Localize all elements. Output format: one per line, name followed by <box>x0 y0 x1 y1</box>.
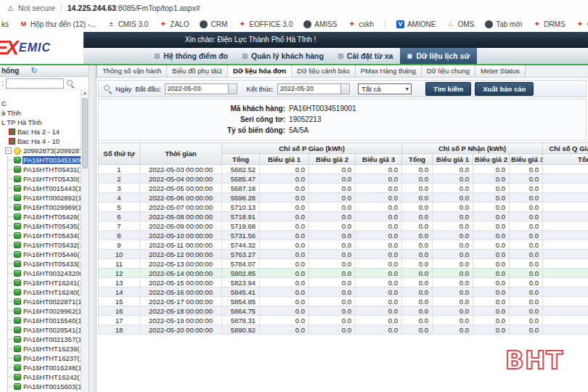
start-date-input[interactable] <box>165 83 229 94</box>
bookmark-item[interactable]: VAMIONE <box>396 20 436 28</box>
tree-meter-item[interactable]: PA16HTHT05434(190 <box>8 231 81 240</box>
tree-meter-item[interactable]: PA16HTHT05433(190 <box>8 259 81 269</box>
cell-value: 5823.94 <box>222 278 260 287</box>
tree-meter-item[interactable]: PA16HT0002892(190 <box>8 193 81 203</box>
cell-value: 0.0 <box>309 165 356 174</box>
browser-address-bar[interactable]: ⚠ Not secure 14.225.244.63 :8085/FmTop/t… <box>0 0 588 17</box>
tree-meter-item[interactable]: PA16HT0022871(190 <box>8 297 81 306</box>
scrollbar-thumb[interactable] <box>82 98 88 168</box>
tree-meter-item[interactable]: PA16HT0029962(190 <box>8 306 81 316</box>
tab[interactable]: PMax Hàng tháng <box>356 65 422 77</box>
tree-meter-item[interactable]: PA16HTHT05446(190 <box>8 250 81 259</box>
tree-meter-item[interactable]: PA16HTHT16242(190 <box>8 372 81 382</box>
tab[interactable]: Biểu đồ phụ tải2 <box>167 65 228 77</box>
tree-meter-item[interactable]: PA16HTHT16240(190 <box>8 287 81 297</box>
bookmark-item[interactable]: MHộp thư đến (12) -... <box>20 20 97 28</box>
tree-meter-item[interactable]: PA16HT0015540(190 <box>8 316 81 325</box>
tree-meter-item[interactable]: PA16HT0034519001( <box>8 155 81 165</box>
table-row[interactable]: 32022-05-05 00:00:005687.180.00.00.00.00… <box>99 184 588 193</box>
sidebar-search-input[interactable] <box>6 78 64 89</box>
table-row[interactable]: 162022-05-18 00:00:005864.750.00.00.00.0… <box>99 306 588 316</box>
tree-meter-item[interactable]: PA16HTHT05430(190 <box>8 174 81 184</box>
refresh-icon[interactable]: ↻ <box>30 66 37 75</box>
calendar-icon[interactable] <box>229 83 237 94</box>
cell-value: 0.0 <box>473 184 510 193</box>
evn-icon: ✦ <box>576 20 584 28</box>
export-report-button[interactable]: Xuất báo cáo <box>475 82 534 96</box>
cell-value: 0.0 <box>309 212 356 221</box>
table-row[interactable]: 112022-05-13 00:00:005784.070.00.00.00.0… <box>99 259 588 269</box>
tree-meter-item[interactable]: PA16HT0028541(190 <box>8 325 81 335</box>
table-row[interactable]: 152022-05-17 00:00:005854.850.00.00.00.0… <box>99 297 588 306</box>
table-row[interactable]: 22022-05-04 00:00:005685.470.00.00.00.00… <box>99 174 588 184</box>
tree-meter-item[interactable]: PA16HT0015603(190 <box>8 382 81 391</box>
menu-item[interactable]: Cài đặt từ xa <box>331 48 401 64</box>
menu-item[interactable]: Dữ liệu lịch sử <box>400 48 477 64</box>
table-row[interactable]: 122022-05-14 00:00:005802.850.00.00.00.0… <box>99 269 588 278</box>
table-row[interactable]: 182022-05-20 00:00:005890.920.00.00.00.0… <box>99 325 588 335</box>
bookmark-item[interactable]: ✦EOFFICE 3.0 <box>238 20 293 28</box>
bookmark-item[interactable]: CRM <box>200 20 227 28</box>
table-row[interactable]: 102022-05-12 00:00:005763.270.00.00.00.0… <box>99 250 588 259</box>
bookmark-item[interactable]: Tab mới <box>485 20 522 28</box>
panel-splitter[interactable] <box>89 65 97 392</box>
tree-meter-item[interactable]: PA16HT0016248(190 <box>8 363 81 372</box>
table-row[interactable]: 142022-05-16 00:00:005845.410.00.00.00.0… <box>99 287 588 297</box>
tree-meter-item[interactable]: PA16HTHT05432(190 <box>8 240 81 250</box>
table-row[interactable]: 92022-05-11 00:00:005744.320.00.00.00.00… <box>99 240 588 250</box>
tree-root-item[interactable]: C <box>0 99 81 108</box>
collapse-expander-icon[interactable]: − <box>5 147 12 154</box>
cell-value: 5878.31 <box>222 316 260 325</box>
table-row[interactable]: 62022-05-08 00:00:005718.910.00.00.00.00… <box>99 212 588 221</box>
bookmark-item[interactable]: ±CMIS 3.0 <box>107 20 149 28</box>
table-row[interactable]: 82022-05-10 00:00:005731.560.00.00.00.00… <box>99 231 588 240</box>
tab[interactable]: Thông số vận hành <box>97 65 167 77</box>
tab[interactable]: Meter Status <box>475 65 526 77</box>
tree-meter-item[interactable]: PA16HTHT05429(190 <box>8 212 81 221</box>
meter-icon <box>14 232 21 239</box>
bookmark-item[interactable]: ✦cskh <box>348 20 374 28</box>
table-row[interactable]: 172022-05-19 00:00:005878.310.00.00.00.0… <box>99 316 588 325</box>
table-row[interactable]: 52022-05-07 00:00:005710.130.00.00.00.00… <box>99 203 588 212</box>
tree-group-item[interactable]: Bac Ha 2 - 14 <box>0 127 81 136</box>
tree-meter-item[interactable]: PA16HTHT16239(190 <box>8 344 81 354</box>
table-row[interactable]: 72022-05-09 00:00:005719.680.00.00.00.00… <box>99 221 588 231</box>
tab[interactable]: Dữ liệu cảnh báo <box>292 65 355 77</box>
end-date-input[interactable] <box>277 83 341 94</box>
tree-meter-item[interactable]: PA16HT0032432001( <box>8 269 81 278</box>
menu-item[interactable]: Quản lý khách hàng <box>235 48 331 64</box>
calendar-icon[interactable] <box>341 83 350 94</box>
search-icon[interactable] <box>66 79 75 88</box>
col-sub-header: Biểu giá 2 <box>309 154 356 165</box>
table-row[interactable]: 42022-05-06 00:00:005698.280.00.00.00.00… <box>99 193 588 203</box>
bookmark-item[interactable]: ks <box>1 20 9 28</box>
tree-meter-item[interactable]: PA16HTHT05435(190 <box>8 221 81 231</box>
menu-item[interactable]: Hệ thống điểm đo <box>147 48 235 64</box>
table-row[interactable]: 12022-05-03 00:00:005682.520.00.00.00.00… <box>99 165 588 174</box>
sidebar-scrollbar[interactable]: ▲ <box>81 89 89 392</box>
bookmark-item[interactable]: AMISS <box>303 20 337 28</box>
bookmark-item[interactable]: ✦ZALO <box>159 20 189 28</box>
tree-station-item[interactable]: −20992873(20992873) <box>0 146 81 155</box>
tree-meter-item[interactable]: PA16HTHT05431(190 <box>8 165 81 174</box>
bookmark-item[interactable]: ✦Chăm Sóc Khách H... <box>576 20 588 28</box>
tree-meter-item[interactable]: PA16HTHT16237(190 <box>8 354 81 363</box>
tree-meter-item[interactable]: PA16HT0015443(190 <box>8 184 81 193</box>
tab[interactable]: Dữ liệu hóa đơn <box>228 65 292 77</box>
tab[interactable]: Dữ liệu chung <box>422 65 475 77</box>
tree-root-item[interactable]: à Tĩnh <box>0 108 81 118</box>
type-select[interactable]: Tất cả ▼ <box>358 83 412 94</box>
tree-group-item[interactable]: Bac Ha 4 - 10 <box>0 136 81 146</box>
scroll-up-arrow-icon[interactable]: ▲ <box>81 89 89 97</box>
tree-root-item[interactable]: L TP Hà Tĩnh <box>0 118 81 127</box>
bookmark-item[interactable]: ∴OMS <box>446 20 474 28</box>
tree-meter-item[interactable]: PA16HT0029989(190 <box>8 203 81 212</box>
tree-meter-item[interactable]: PA16HTHT16241(190 <box>8 278 81 287</box>
cell-value: 0.0 <box>473 240 510 250</box>
search-button[interactable]: Tìm kiếm <box>425 82 471 96</box>
cell-value: 0.0 <box>510 316 543 325</box>
tree-meter-item[interactable]: PA16HT0021357(190 <box>8 335 81 344</box>
bookmark-item[interactable]: ✦DRMS <box>533 20 565 28</box>
table-row[interactable]: 132022-05-15 00:00:005823.940.00.00.00.0… <box>99 278 588 287</box>
tree-connector <box>9 235 12 237</box>
